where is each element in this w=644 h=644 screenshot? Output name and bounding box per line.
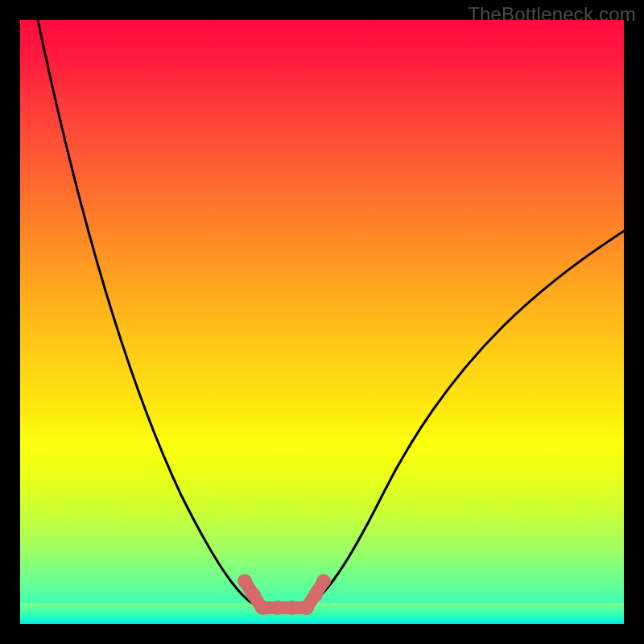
svg-point-2: [256, 601, 270, 615]
svg-point-1: [246, 588, 261, 602]
optimal-marker-dots: [237, 574, 331, 615]
plot-area: [20, 20, 624, 624]
bottleneck-curve-path: [38, 20, 624, 608]
bottleneck-curve-svg: [20, 20, 624, 624]
svg-point-6: [308, 588, 323, 602]
chart-frame: TheBottleneck.com: [0, 0, 644, 644]
svg-point-4: [285, 601, 299, 615]
svg-point-3: [270, 601, 285, 615]
svg-point-7: [316, 574, 331, 588]
svg-point-0: [237, 574, 252, 588]
svg-point-5: [299, 601, 314, 615]
